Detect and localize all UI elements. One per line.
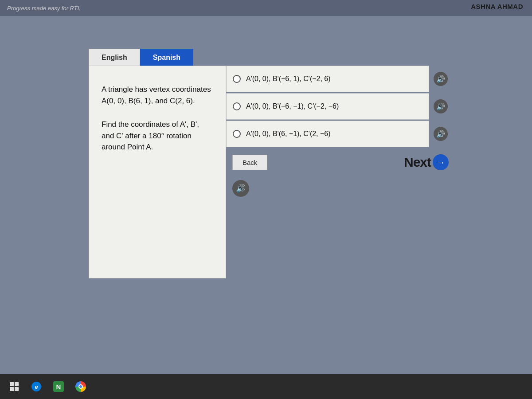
bottom-controls: Back Next →	[226, 148, 452, 176]
sound-btn-c[interactable]: 🔊	[429, 121, 452, 147]
answer-text-c: A'(0, 0), B'(6, −1), C'(2, −6)	[246, 129, 331, 139]
answer-row-b: A'(0, 0), B'(−6, −1), C'(−2, −6) 🔊	[226, 93, 452, 120]
question-text-part1: A triangle has vertex coordinates A(0, 0…	[102, 84, 213, 106]
chrome-icon	[75, 381, 86, 392]
edge-icon: e	[31, 382, 41, 391]
sound-icon-b: 🔊	[434, 99, 448, 113]
tab-english[interactable]: English	[89, 49, 140, 66]
top-bar: Progress made easy for RTI. ASHNA AHMAD	[0, 0, 532, 16]
logo-text: Progress made easy for RTI.	[7, 5, 81, 12]
notepad-icon: N	[53, 381, 64, 392]
question-text-part2: Find the coordinates of A', B', and C' a…	[102, 119, 213, 153]
user-name: ASHNA AHMAD	[471, 3, 523, 10]
grid-icon	[10, 382, 19, 391]
sound-btn-b[interactable]: 🔊	[429, 93, 452, 120]
main-content: A triangle has vertex coordinates A(0, 0…	[89, 66, 452, 278]
taskbar-grid-button[interactable]	[4, 377, 24, 396]
answers-column: A'(0, 0), B'(−6, 1), C'(−2, 6) 🔊 A'(0, 0…	[226, 66, 452, 278]
taskbar-edge-button[interactable]: e	[27, 377, 46, 396]
next-button[interactable]: Next →	[404, 154, 449, 170]
next-label: Next	[404, 155, 431, 170]
tab-spanish[interactable]: Spanish	[140, 49, 193, 66]
bottom-sound-button[interactable]: 🔊	[232, 180, 249, 197]
radio-a[interactable]	[233, 75, 241, 83]
taskbar: e N	[0, 374, 532, 399]
sound-icon-a: 🔊	[434, 72, 448, 86]
question-panel: A triangle has vertex coordinates A(0, 0…	[89, 66, 226, 278]
taskbar-chrome-button[interactable]	[71, 377, 90, 396]
answer-option-c[interactable]: A'(0, 0), B'(6, −1), C'(2, −6)	[226, 121, 429, 147]
answer-row-a: A'(0, 0), B'(−6, 1), C'(−2, 6) 🔊	[226, 66, 452, 92]
answer-text-b: A'(0, 0), B'(−6, −1), C'(−2, −6)	[246, 102, 339, 111]
taskbar-notepad-button[interactable]: N	[49, 377, 68, 396]
sound-btn-a[interactable]: 🔊	[429, 66, 452, 92]
next-arrow-icon: →	[433, 154, 449, 170]
bottom-sound-row: 🔊	[226, 176, 452, 197]
radio-b[interactable]	[233, 102, 241, 110]
answer-row-c: A'(0, 0), B'(6, −1), C'(2, −6) 🔊	[226, 121, 452, 147]
back-button[interactable]: Back	[232, 155, 267, 170]
answer-text-a: A'(0, 0), B'(−6, 1), C'(−2, 6)	[246, 74, 331, 84]
radio-c[interactable]	[233, 130, 241, 138]
sound-icon-c: 🔊	[434, 127, 448, 141]
answer-option-a[interactable]: A'(0, 0), B'(−6, 1), C'(−2, 6)	[226, 66, 429, 92]
language-tabs: English Spanish	[89, 49, 193, 66]
answer-option-b[interactable]: A'(0, 0), B'(−6, −1), C'(−2, −6)	[226, 93, 429, 120]
chrome-inner	[78, 384, 83, 389]
